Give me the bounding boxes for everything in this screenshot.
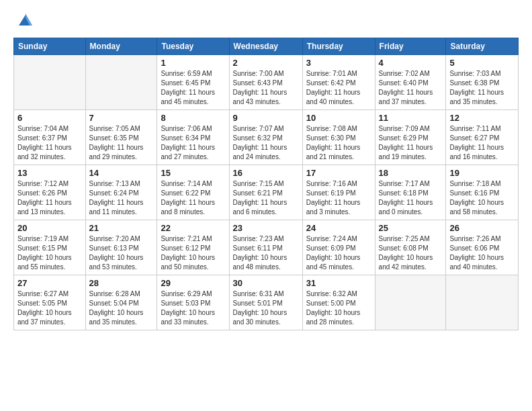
day-number: 3 (306, 58, 371, 68)
day-info: Sunrise: 7:18 AM Sunset: 6:16 PM Dayligh… (449, 179, 515, 217)
day-info: Sunrise: 7:00 AM Sunset: 6:43 PM Dayligh… (233, 69, 299, 107)
day-info: Sunrise: 7:08 AM Sunset: 6:30 PM Dayligh… (306, 124, 371, 162)
day-cell (375, 275, 446, 330)
day-info: Sunrise: 7:15 AM Sunset: 6:21 PM Dayligh… (233, 179, 299, 217)
day-info: Sunrise: 7:11 AM Sunset: 6:27 PM Dayligh… (449, 124, 515, 162)
calendar-table: SundayMondayTuesdayWednesdayThursdayFrid… (13, 38, 519, 330)
day-info: Sunrise: 7:03 AM Sunset: 6:38 PM Dayligh… (449, 69, 515, 107)
day-cell: 6Sunrise: 7:04 AM Sunset: 6:37 PM Daylig… (14, 110, 86, 165)
day-info: Sunrise: 7:06 AM Sunset: 6:34 PM Dayligh… (161, 124, 225, 162)
day-cell: 28Sunrise: 6:28 AM Sunset: 5:04 PM Dayli… (85, 275, 157, 330)
day-cell: 31Sunrise: 6:32 AM Sunset: 5:00 PM Dayli… (302, 275, 375, 330)
day-number: 14 (89, 168, 154, 178)
logo-icon (16, 11, 35, 30)
day-number: 7 (89, 113, 154, 123)
day-info: Sunrise: 7:21 AM Sunset: 6:12 PM Dayligh… (161, 234, 225, 272)
day-number: 17 (306, 168, 371, 178)
day-info: Sunrise: 6:32 AM Sunset: 5:00 PM Dayligh… (306, 289, 371, 327)
day-info: Sunrise: 7:16 AM Sunset: 6:19 PM Dayligh… (306, 179, 371, 217)
header (13, 11, 519, 30)
day-info: Sunrise: 7:19 AM Sunset: 6:15 PM Dayligh… (17, 234, 82, 272)
day-cell: 14Sunrise: 7:13 AM Sunset: 6:24 PM Dayli… (85, 165, 157, 220)
day-info: Sunrise: 7:05 AM Sunset: 6:35 PM Dayligh… (89, 124, 154, 162)
day-cell: 15Sunrise: 7:14 AM Sunset: 6:22 PM Dayli… (157, 165, 229, 220)
day-cell: 16Sunrise: 7:15 AM Sunset: 6:21 PM Dayli… (229, 165, 302, 220)
day-cell (85, 55, 157, 110)
day-info: Sunrise: 7:09 AM Sunset: 6:29 PM Dayligh… (379, 124, 443, 162)
day-cell: 27Sunrise: 6:27 AM Sunset: 5:05 PM Dayli… (14, 275, 86, 330)
day-number: 23 (233, 223, 299, 233)
day-number: 13 (17, 168, 82, 178)
day-info: Sunrise: 7:12 AM Sunset: 6:26 PM Dayligh… (17, 179, 82, 217)
day-info: Sunrise: 6:31 AM Sunset: 5:01 PM Dayligh… (233, 289, 299, 327)
week-row-2: 6Sunrise: 7:04 AM Sunset: 6:37 PM Daylig… (14, 110, 519, 165)
day-number: 31 (306, 278, 371, 288)
day-cell: 5Sunrise: 7:03 AM Sunset: 6:38 PM Daylig… (446, 55, 519, 110)
day-info: Sunrise: 6:59 AM Sunset: 6:45 PM Dayligh… (161, 69, 225, 107)
day-header-thursday: Thursday (302, 38, 375, 55)
day-number: 29 (161, 278, 225, 288)
day-cell: 7Sunrise: 7:05 AM Sunset: 6:35 PM Daylig… (85, 110, 157, 165)
days-header-row: SundayMondayTuesdayWednesdayThursdayFrid… (14, 38, 519, 55)
day-info: Sunrise: 7:14 AM Sunset: 6:22 PM Dayligh… (161, 179, 225, 217)
day-info: Sunrise: 7:25 AM Sunset: 6:08 PM Dayligh… (379, 234, 443, 272)
day-header-friday: Friday (375, 38, 446, 55)
day-number: 16 (233, 168, 299, 178)
day-number: 8 (161, 113, 225, 123)
day-cell: 4Sunrise: 7:02 AM Sunset: 6:40 PM Daylig… (375, 55, 446, 110)
day-cell: 13Sunrise: 7:12 AM Sunset: 6:26 PM Dayli… (14, 165, 86, 220)
day-cell (14, 55, 86, 110)
day-number: 1 (161, 58, 225, 68)
day-cell: 21Sunrise: 7:20 AM Sunset: 6:13 PM Dayli… (85, 220, 157, 275)
week-row-3: 13Sunrise: 7:12 AM Sunset: 6:26 PM Dayli… (14, 165, 519, 220)
day-cell: 20Sunrise: 7:19 AM Sunset: 6:15 PM Dayli… (14, 220, 86, 275)
day-info: Sunrise: 7:01 AM Sunset: 6:42 PM Dayligh… (306, 69, 371, 107)
logo (13, 11, 35, 30)
day-number: 6 (17, 113, 82, 123)
day-cell: 30Sunrise: 6:31 AM Sunset: 5:01 PM Dayli… (229, 275, 302, 330)
day-number: 25 (379, 223, 443, 233)
day-cell: 17Sunrise: 7:16 AM Sunset: 6:19 PM Dayli… (302, 165, 375, 220)
day-header-monday: Monday (85, 38, 157, 55)
day-cell: 8Sunrise: 7:06 AM Sunset: 6:34 PM Daylig… (157, 110, 229, 165)
day-cell: 12Sunrise: 7:11 AM Sunset: 6:27 PM Dayli… (446, 110, 519, 165)
day-cell: 26Sunrise: 7:26 AM Sunset: 6:06 PM Dayli… (446, 220, 519, 275)
day-cell: 1Sunrise: 6:59 AM Sunset: 6:45 PM Daylig… (157, 55, 229, 110)
day-cell: 9Sunrise: 7:07 AM Sunset: 6:32 PM Daylig… (229, 110, 302, 165)
week-row-4: 20Sunrise: 7:19 AM Sunset: 6:15 PM Dayli… (14, 220, 519, 275)
week-row-1: 1Sunrise: 6:59 AM Sunset: 6:45 PM Daylig… (14, 55, 519, 110)
day-cell: 2Sunrise: 7:00 AM Sunset: 6:43 PM Daylig… (229, 55, 302, 110)
day-cell: 10Sunrise: 7:08 AM Sunset: 6:30 PM Dayli… (302, 110, 375, 165)
day-number: 24 (306, 223, 371, 233)
day-info: Sunrise: 6:28 AM Sunset: 5:04 PM Dayligh… (89, 289, 154, 327)
day-info: Sunrise: 7:02 AM Sunset: 6:40 PM Dayligh… (379, 69, 443, 107)
day-number: 2 (233, 58, 299, 68)
day-number: 27 (17, 278, 82, 288)
day-info: Sunrise: 7:13 AM Sunset: 6:24 PM Dayligh… (89, 179, 154, 217)
day-number: 11 (379, 113, 443, 123)
day-info: Sunrise: 7:17 AM Sunset: 6:18 PM Dayligh… (379, 179, 443, 217)
day-cell: 29Sunrise: 6:29 AM Sunset: 5:03 PM Dayli… (157, 275, 229, 330)
calendar-page: SundayMondayTuesdayWednesdayThursdayFrid… (0, 0, 532, 411)
day-number: 22 (161, 223, 225, 233)
day-cell: 11Sunrise: 7:09 AM Sunset: 6:29 PM Dayli… (375, 110, 446, 165)
calendar-body: 1Sunrise: 6:59 AM Sunset: 6:45 PM Daylig… (14, 55, 519, 330)
day-info: Sunrise: 6:29 AM Sunset: 5:03 PM Dayligh… (161, 289, 225, 327)
day-info: Sunrise: 7:24 AM Sunset: 6:09 PM Dayligh… (306, 234, 371, 272)
day-number: 4 (379, 58, 443, 68)
day-info: Sunrise: 6:27 AM Sunset: 5:05 PM Dayligh… (17, 289, 82, 327)
day-header-wednesday: Wednesday (229, 38, 302, 55)
day-cell: 24Sunrise: 7:24 AM Sunset: 6:09 PM Dayli… (302, 220, 375, 275)
day-cell: 3Sunrise: 7:01 AM Sunset: 6:42 PM Daylig… (302, 55, 375, 110)
day-cell: 25Sunrise: 7:25 AM Sunset: 6:08 PM Dayli… (375, 220, 446, 275)
day-info: Sunrise: 7:26 AM Sunset: 6:06 PM Dayligh… (449, 234, 515, 272)
day-number: 28 (89, 278, 154, 288)
day-number: 9 (233, 113, 299, 123)
day-number: 30 (233, 278, 299, 288)
day-cell: 22Sunrise: 7:21 AM Sunset: 6:12 PM Dayli… (157, 220, 229, 275)
day-number: 19 (449, 168, 515, 178)
day-number: 20 (17, 223, 82, 233)
day-header-sunday: Sunday (14, 38, 86, 55)
day-number: 26 (449, 223, 515, 233)
day-header-saturday: Saturday (446, 38, 519, 55)
